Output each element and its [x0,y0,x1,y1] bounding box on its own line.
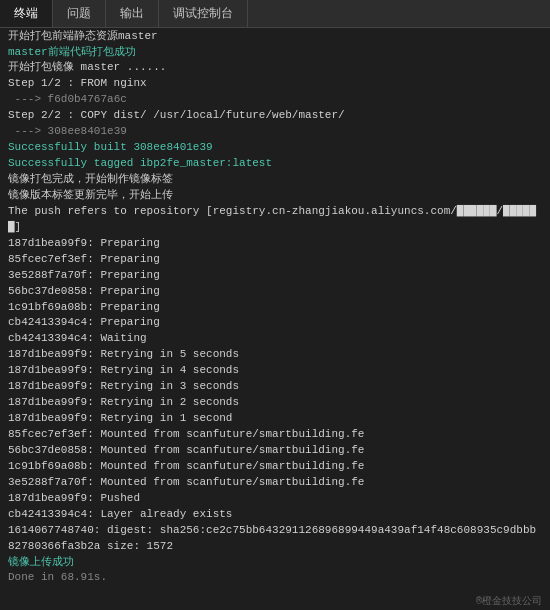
terminal-line: 187d1bea99f9: Retrying in 5 seconds [8,347,542,363]
terminal-line: 187d1bea99f9: Retrying in 1 second [8,411,542,427]
terminal-line: 镜像打包完成，开始制作镜像标签 [8,172,542,188]
terminal-line: ---> f6d0b4767a6c [8,92,542,108]
terminal-line: 187d1bea99f9: Preparing [8,236,542,252]
terminal-line: 85fcec7ef3ef: Preparing [8,252,542,268]
terminal-line: cb42413394c4: Layer already exists [8,507,542,523]
terminal-line: Step 1/2 : FROM nginx [8,76,542,92]
terminal-line: 187d1bea99f9: Retrying in 3 seconds [8,379,542,395]
terminal-line: cb42413394c4: Preparing [8,315,542,331]
footer: ®橙金技技公司 [0,592,550,610]
tab-problems[interactable]: 问题 [53,0,106,27]
terminal-line: cb42413394c4: Waiting [8,331,542,347]
terminal-line: 镜像上传成功 [8,555,542,571]
terminal-line: master前端代码打包成功 [8,45,542,61]
terminal-line: Done in 68.91s. [8,570,542,586]
terminal-line: 1614067748740: digest: sha256:ce2c75bb64… [8,523,542,555]
terminal-line: Successfully built 308ee8401e39 [8,140,542,156]
terminal-line: 3e5288f7a70f: Preparing [8,268,542,284]
terminal-line: 1c91bf69a08b: Preparing [8,300,542,316]
tab-debug-console[interactable]: 调试控制台 [159,0,248,27]
terminal-line: 开始打包前端静态资源master [8,29,542,45]
tab-terminal[interactable]: 终端 [0,0,53,27]
terminal-line: 1c91bf69a08b: Mounted from scanfuture/sm… [8,459,542,475]
terminal-line: 187d1bea99f9: Retrying in 2 seconds [8,395,542,411]
terminal-line: 56bc37de0858: Preparing [8,284,542,300]
terminal-body[interactable]: F:\q1-job\ibp2.fe>yarn imagesyarn run v1… [0,28,550,592]
tab-output[interactable]: 输出 [106,0,159,27]
terminal-line: The push refers to repository [registry.… [8,204,542,236]
terminal-window: 终端 问题 输出 调试控制台 F:\q1-job\ibp2.fe>yarn im… [0,0,550,610]
terminal-line: 187d1bea99f9: Retrying in 4 seconds [8,363,542,379]
terminal-line: ---> 308ee8401e39 [8,124,542,140]
terminal-line: 56bc37de0858: Mounted from scanfuture/sm… [8,443,542,459]
terminal-line: 3e5288f7a70f: Mounted from scanfuture/sm… [8,475,542,491]
terminal-line: 187d1bea99f9: Pushed [8,491,542,507]
terminal-line: Successfully tagged ibp2fe_master:latest [8,156,542,172]
footer-credit: ®橙金技技公司 [476,594,542,608]
terminal-line: Step 2/2 : COPY dist/ /usr/local/future/… [8,108,542,124]
terminal-line: 开始打包镜像 master ...... [8,60,542,76]
terminal-line: 85fcec7ef3ef: Mounted from scanfuture/sm… [8,427,542,443]
terminal-line: 镜像版本标签更新完毕，开始上传 [8,188,542,204]
tab-bar: 终端 问题 输出 调试控制台 [0,0,550,28]
